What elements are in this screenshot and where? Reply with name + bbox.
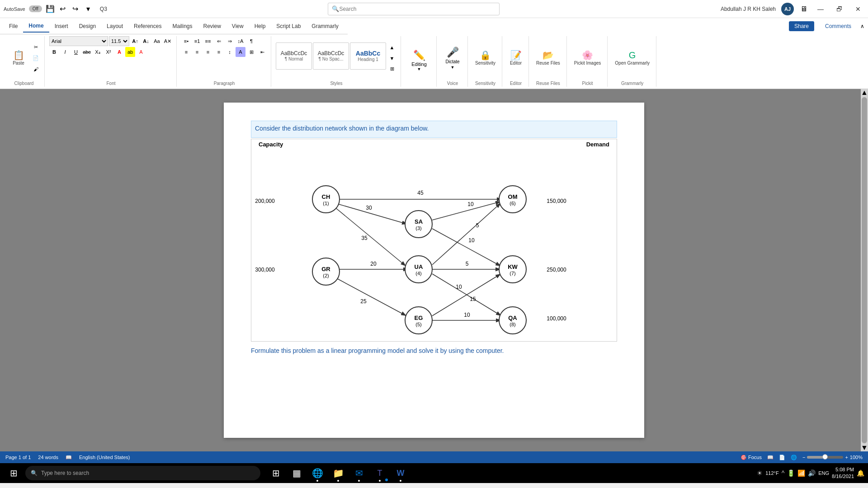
tab-file[interactable]: File: [4, 20, 23, 32]
dictate-button[interactable]: 🎤 Dictate ▼: [441, 45, 464, 71]
shading-button[interactable]: A: [236, 47, 245, 57]
search-input[interactable]: [339, 6, 495, 12]
multilevel-button[interactable]: ≡≡: [203, 36, 213, 46]
increase-indent-button[interactable]: ⇒: [225, 36, 235, 46]
tab-review[interactable]: Review: [198, 20, 226, 32]
tab-scriptlab[interactable]: Script Lab: [271, 20, 306, 32]
customize-icon[interactable]: ▾: [84, 5, 93, 14]
tab-design[interactable]: Design: [74, 20, 101, 32]
scroll-thumb[interactable]: [862, 97, 867, 443]
comments-button[interactable]: Comments: [820, 21, 857, 31]
reuse-files-button[interactable]: 📂 Reuse Files: [533, 49, 563, 67]
zoom-out-button[interactable]: −: [802, 455, 805, 460]
undo-icon[interactable]: ↩: [58, 5, 67, 14]
sensitivity-button[interactable]: 🔒 Sensitivity: [472, 49, 498, 67]
ribbon-collapse-icon[interactable]: ∧: [860, 23, 864, 29]
clock[interactable]: 5:08 PM 8/16/2021: [832, 466, 854, 480]
tab-mailings[interactable]: Mailings: [167, 20, 198, 32]
close-button[interactable]: ✕: [852, 4, 864, 14]
text-color-button[interactable]: A: [136, 47, 146, 57]
line-spacing-button[interactable]: ↕: [225, 47, 235, 57]
language-indicator[interactable]: ENG: [818, 470, 829, 476]
minimize-button[interactable]: —: [814, 4, 827, 14]
scrollbar[interactable]: ▲ ▼: [861, 89, 868, 451]
bullets-button[interactable]: ≡•: [181, 36, 191, 46]
italic-button[interactable]: I: [60, 47, 70, 57]
bold-button[interactable]: B: [49, 47, 59, 57]
share-button[interactable]: Share: [789, 21, 814, 31]
style-no-spacing[interactable]: AaBbCcDc ¶ No Spac...: [313, 42, 349, 70]
taskbar-search[interactable]: 🔍 Type here to search: [25, 466, 260, 480]
shrink-font-button[interactable]: A↓: [141, 36, 151, 46]
paste-button[interactable]: 📋 Paste: [7, 49, 30, 67]
taskbar-app-teams[interactable]: T: [370, 463, 390, 483]
read-mode-icon[interactable]: 📖: [767, 455, 774, 460]
indent-button[interactable]: ⇤: [257, 47, 267, 57]
redo-icon[interactable]: ↪: [71, 5, 80, 14]
cut-button[interactable]: ✂: [31, 42, 41, 52]
qa-label[interactable]: Q3: [100, 6, 107, 12]
zoom-slider[interactable]: [807, 456, 843, 459]
style-heading1[interactable]: AaBbCc Heading 1: [350, 42, 386, 70]
styles-more-button[interactable]: ⊞: [387, 64, 397, 74]
tab-help[interactable]: Help: [249, 20, 271, 32]
align-left-button[interactable]: ≡: [181, 47, 191, 57]
taskbar-app-mail[interactable]: ✉: [349, 463, 369, 483]
align-center-button[interactable]: ≡: [192, 47, 202, 57]
copy-button[interactable]: 📄: [31, 53, 41, 63]
focus-button[interactable]: 🎯 Focus: [741, 455, 762, 460]
start-button[interactable]: ⊞: [4, 463, 24, 483]
change-case-button[interactable]: Aa: [152, 36, 162, 46]
taskbar-app-taskview[interactable]: ⊞: [266, 463, 286, 483]
zoom-in-button[interactable]: +: [845, 455, 848, 460]
taskbar-app-widgets[interactable]: ▦: [287, 463, 307, 483]
tab-view[interactable]: View: [226, 20, 249, 32]
zoom-control[interactable]: − + 100%: [802, 455, 863, 460]
font-color-button[interactable]: A: [114, 47, 124, 57]
highlight-button[interactable]: ab: [125, 47, 135, 57]
underline-button[interactable]: U: [71, 47, 81, 57]
scroll-down-button[interactable]: ▼: [861, 444, 868, 451]
tab-insert[interactable]: Insert: [49, 20, 74, 32]
language[interactable]: English (United States): [79, 455, 130, 460]
styles-down-button[interactable]: ▼: [387, 53, 397, 63]
pickit-button[interactable]: 🌸 Pickit Images: [571, 49, 604, 67]
format-painter-button[interactable]: 🖌: [31, 64, 41, 74]
font-family-select[interactable]: Arial: [49, 36, 108, 46]
tab-layout[interactable]: Layout: [101, 20, 128, 32]
editor-button[interactable]: 📝 Editor: [507, 49, 525, 67]
styles-up-button[interactable]: ▲: [387, 42, 397, 52]
tray-expand-icon[interactable]: ^: [782, 469, 785, 477]
font-size-select[interactable]: 11.5: [109, 36, 129, 46]
taskbar-app-explorer[interactable]: 📁: [328, 463, 348, 483]
style-normal[interactable]: AaBbCcDc ¶ Normal: [276, 42, 312, 70]
clear-format-button[interactable]: A✕: [163, 36, 173, 46]
taskbar-app-word[interactable]: W: [391, 463, 410, 483]
tab-grammarly[interactable]: Grammarly: [306, 20, 344, 32]
scroll-up-button[interactable]: ▲: [861, 89, 868, 96]
grow-font-button[interactable]: A↑: [130, 36, 140, 46]
notification-icon[interactable]: 🔔: [857, 469, 864, 477]
borders-button[interactable]: ⊞: [246, 47, 256, 57]
taskbar-app-edge[interactable]: 🌐: [307, 463, 327, 483]
restore-button[interactable]: 🗗: [833, 4, 846, 14]
autosave-toggle[interactable]: Off: [29, 5, 42, 12]
print-layout-icon[interactable]: 📄: [779, 455, 785, 460]
monitor-icon[interactable]: 🖥: [799, 5, 808, 14]
search-bar[interactable]: 🔍: [328, 3, 500, 15]
show-formatting-button[interactable]: ¶: [246, 36, 256, 46]
subscript-button[interactable]: X₂: [93, 47, 103, 57]
decrease-indent-button[interactable]: ⇐: [214, 36, 224, 46]
align-right-button[interactable]: ≡: [203, 47, 213, 57]
grammarly-button[interactable]: G Open Grammarly: [612, 49, 652, 67]
strikethrough-button[interactable]: abc: [82, 47, 92, 57]
justify-button[interactable]: ≡: [214, 47, 224, 57]
numbering-button[interactable]: ≡1: [192, 36, 202, 46]
web-layout-icon[interactable]: 🌐: [791, 455, 797, 460]
editing-mode-button[interactable]: ✏️ Editing ▼: [406, 48, 433, 73]
page[interactable]: Consider the distribution network shown …: [224, 103, 644, 438]
save-icon[interactable]: 💾: [46, 5, 55, 14]
tab-references[interactable]: References: [128, 20, 167, 32]
proofing-icon[interactable]: 📖: [66, 455, 72, 460]
sort-button[interactable]: ↕A: [236, 36, 245, 46]
